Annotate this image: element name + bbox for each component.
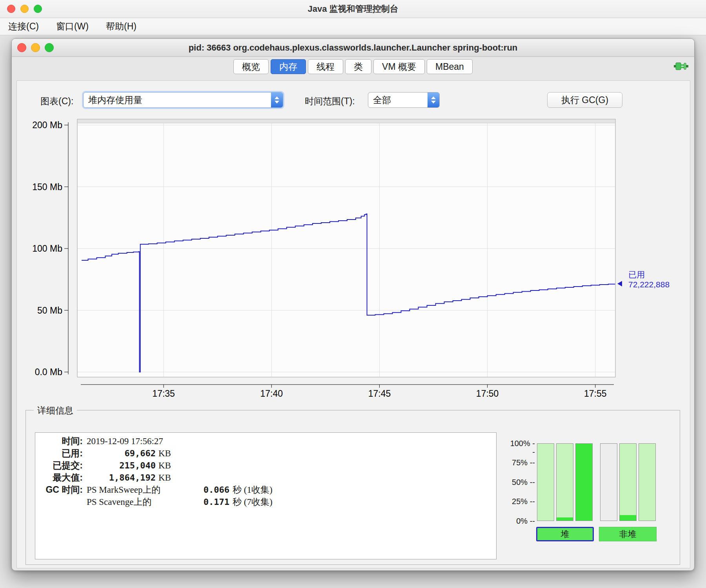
gauge-bar xyxy=(639,443,656,521)
tab-threads[interactable]: 线程 xyxy=(308,59,343,74)
detail-row-gc-scavenge: PS Scavenge上的 0.171 秒 (7收集) xyxy=(35,496,496,508)
gauge-scale-75: 75% -- xyxy=(509,458,535,467)
svg-text:17:40: 17:40 xyxy=(260,388,283,399)
heap-button[interactable]: 堆 xyxy=(536,527,594,541)
chart-select-value: 堆内存使用量 xyxy=(84,94,271,106)
chart-select[interactable]: 堆内存使用量 xyxy=(83,92,283,108)
detail-row-used: 已用: 69,662 KB xyxy=(35,447,496,459)
tab-overview[interactable]: 概览 xyxy=(233,59,269,74)
svg-text:150 Mb: 150 Mb xyxy=(32,182,62,192)
time-range-label: 时间范围(T): xyxy=(305,95,355,107)
svg-text:17:35: 17:35 xyxy=(152,388,175,399)
memory-panel: 图表(C): 堆内存使用量 时间范围(T): 全部 执行 GC(G) 200 M… xyxy=(16,80,690,568)
detail-row-gc-marksweep: GC 时间: PS MarkSweep上的 0.066 秒 (1收集) xyxy=(35,484,496,496)
perform-gc-button[interactable]: 执行 GC(G) xyxy=(547,92,622,108)
svg-text:100 Mb: 100 Mb xyxy=(32,243,62,254)
gauge-bar xyxy=(556,443,573,521)
memory-pool-gauges: 100% -- 75% -- 50% -- 25% -- 0% -- 堆 非堆 xyxy=(509,432,666,550)
chart-select-label: 图表(C): xyxy=(40,95,73,107)
detail-row-max: 最大值: 1,864,192 KB xyxy=(35,472,496,484)
time-range-stepper-icon xyxy=(428,93,439,107)
gauge-scale-25: 25% -- xyxy=(509,497,535,506)
svg-text:17:50: 17:50 xyxy=(476,388,499,399)
svg-text:17:55: 17:55 xyxy=(584,388,607,399)
svg-text:200 Mb: 200 Mb xyxy=(32,120,62,130)
svg-text:0.0 Mb: 0.0 Mb xyxy=(35,367,62,377)
gauge-scale-0: 0% -- xyxy=(509,517,535,525)
gauge-bar xyxy=(600,443,617,521)
tab-classes[interactable]: 类 xyxy=(345,59,371,74)
details-info-box: 时间: 2019-12-09 17:56:27 已用: 69,662 KB 已提… xyxy=(35,432,497,559)
svg-text:已用: 已用 xyxy=(628,270,645,279)
time-range-value: 全部 xyxy=(368,94,428,106)
details-group: 详细信息 时间: 2019-12-09 17:56:27 已用: 69,662 … xyxy=(25,410,680,565)
gauge-bar xyxy=(575,443,593,521)
tab-memory[interactable]: 内存 xyxy=(271,59,306,74)
chart-select-stepper-icon xyxy=(271,93,283,107)
app-title: Java 监视和管理控制台 xyxy=(0,3,706,15)
details-legend: 详细信息 xyxy=(34,405,77,417)
connection-window: pid: 36663 org.codehaus.plexus.classworl… xyxy=(11,38,695,571)
menu-window[interactable]: 窗口(W) xyxy=(56,20,89,33)
svg-text:72,222,888: 72,222,888 xyxy=(628,280,670,289)
gauge-scale-50: 50% -- xyxy=(509,478,535,486)
inner-titlebar: pid: 36663 org.codehaus.plexus.classworl… xyxy=(12,39,694,57)
gauge-scale-100: 100% -- xyxy=(509,439,535,456)
detail-row-time: 时间: 2019-12-09 17:56:27 xyxy=(35,435,496,447)
tab-vm-summary[interactable]: VM 概要 xyxy=(373,59,425,74)
gauge-bar xyxy=(537,443,554,521)
tabbar: 概览 内存 线程 类 VM 概要 MBean xyxy=(12,59,694,75)
time-range-select[interactable]: 全部 xyxy=(368,92,440,108)
svg-text:50 Mb: 50 Mb xyxy=(37,305,62,316)
menu-connect[interactable]: 连接(C) xyxy=(8,20,39,33)
tab-mbean[interactable]: MBean xyxy=(427,59,473,74)
nonheap-button[interactable]: 非堆 xyxy=(599,527,657,541)
menu-help[interactable]: 帮助(H) xyxy=(106,20,136,33)
detail-row-committed: 已提交: 215,040 KB xyxy=(35,459,496,472)
connection-plug-icon xyxy=(674,61,689,73)
outer-titlebar: Java 监视和管理控制台 xyxy=(0,0,706,18)
heap-usage-chart: 200 Mb150 Mb100 Mb50 Mb0.0 Mb17:3517:401… xyxy=(24,117,675,403)
gauge-bar xyxy=(619,443,637,521)
menubar: 连接(C) 窗口(W) 帮助(H) xyxy=(0,18,706,35)
connection-title: pid: 36663 org.codehaus.plexus.classworl… xyxy=(12,43,694,53)
svg-text:17:45: 17:45 xyxy=(368,388,391,399)
